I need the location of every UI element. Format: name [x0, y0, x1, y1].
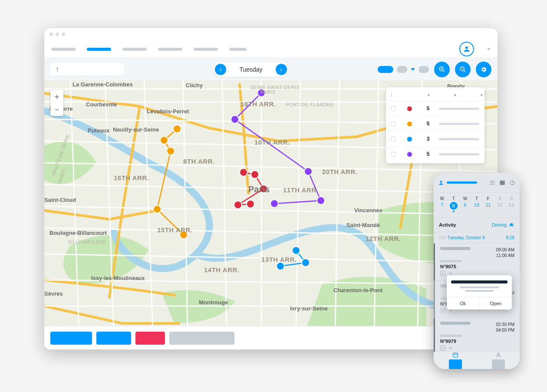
footer-button[interactable] — [96, 332, 131, 345]
footer-button-disabled — [169, 332, 234, 345]
district-label: 15TH ARR. — [157, 226, 192, 234]
svg-text:Puteaux: Puteaux — [88, 127, 110, 134]
legend-count: 3 — [423, 136, 433, 142]
svg-point-12 — [251, 171, 259, 178]
toolbar: ‹ Tuesday › — [44, 58, 498, 80]
legend-count: 5 — [423, 121, 433, 127]
user-avatar[interactable] — [459, 42, 474, 56]
zoom-in[interactable]: ＋ — [50, 90, 63, 103]
svg-point-18 — [277, 262, 284, 270]
svg-text:Neuilly-sur-Seine: Neuilly-sur-Seine — [113, 126, 159, 133]
svg-point-2 — [160, 136, 168, 144]
legend-desc — [439, 108, 479, 110]
svg-point-10 — [270, 200, 278, 208]
map-icon[interactable] — [499, 180, 505, 186]
legend-checkbox[interactable] — [391, 106, 396, 111]
svg-text:La Garenne-Colombes: La Garenne-Colombes — [72, 81, 133, 88]
task-card[interactable]: 02:30 PM04:00 PMN°9079≡⚲ — [434, 318, 520, 356]
window-dot — [49, 33, 53, 36]
svg-point-46 — [497, 353, 499, 355]
prev-day-button[interactable]: ‹ — [215, 64, 226, 75]
dropdown-caret-icon[interactable] — [411, 68, 415, 71]
svg-text:Charenton-le-Pont: Charenton-le-Pont — [333, 287, 383, 293]
legend-count: 5 — [423, 105, 433, 112]
tab-profile[interactable] — [477, 352, 520, 369]
legend-checkbox[interactable] — [391, 137, 396, 142]
district-label: 14TH ARR. — [204, 266, 239, 273]
popup-dialog: Ok Open — [447, 275, 512, 310]
footer-button[interactable] — [50, 332, 92, 345]
svg-point-1 — [173, 125, 181, 133]
legend-swatch — [407, 137, 412, 142]
popup-title — [451, 280, 507, 283]
zoom-in-button[interactable] — [434, 62, 450, 77]
search-input[interactable] — [50, 63, 124, 76]
map-canvas[interactable]: 8TH ARR. 10TH ARR. 11TH ARR. 12TH ARR. 1… — [44, 80, 498, 332]
nav-item[interactable] — [229, 48, 247, 51]
svg-point-17 — [302, 259, 310, 267]
tab-schedule[interactable] — [434, 352, 477, 369]
toggle-option[interactable] — [397, 66, 407, 73]
activity-row[interactable]: Activity Driving — [434, 218, 520, 232]
date-row: 559 Tuesday, October 8 8:26 — [434, 232, 520, 244]
zoom-out-button[interactable] — [455, 62, 471, 77]
nav-item[interactable] — [122, 48, 147, 51]
svg-text:Montrouge: Montrouge — [199, 299, 228, 306]
nav-item[interactable] — [51, 48, 76, 51]
legend-row[interactable]: 5 — [386, 147, 484, 161]
note-icon: ≡ — [440, 271, 445, 276]
legend-desc — [439, 123, 479, 125]
sync-icon[interactable] — [509, 180, 515, 186]
svg-point-3 — [167, 147, 175, 155]
legend-checkbox[interactable] — [391, 122, 396, 126]
day-picker: ‹ Tuesday › — [213, 62, 288, 77]
svg-point-7 — [231, 115, 239, 123]
svg-point-11 — [240, 168, 247, 176]
svg-text:Issy-les-Moulineaux: Issy-les-Moulineaux — [91, 275, 145, 281]
legend-checkbox[interactable] — [391, 152, 396, 157]
legend-select-all[interactable] — [391, 92, 392, 97]
district-label: 12TH ARR. — [366, 235, 401, 242]
week-selector[interactable]: MTWTFSS78910111213 — [434, 193, 520, 218]
svg-point-43 — [440, 181, 442, 183]
district-label: 11TH ARR. — [283, 186, 318, 194]
svg-text:Sèvres: Sèvres — [44, 290, 63, 297]
route-legend: ▾ ▾ ▾ 5535 — [386, 87, 484, 163]
svg-point-15 — [247, 200, 254, 208]
legend-desc — [439, 138, 479, 140]
svg-text:Saint-Cloud: Saint-Cloud — [44, 197, 76, 203]
settings-button[interactable] — [476, 62, 491, 77]
clip-icon: ⚲ — [447, 345, 455, 352]
nav-item[interactable] — [158, 48, 182, 51]
next-day-button[interactable]: › — [276, 64, 287, 75]
legend-row[interactable]: 3 — [386, 132, 484, 147]
window-dot — [56, 33, 59, 36]
svg-text:Paris: Paris — [248, 184, 270, 194]
phone-title — [447, 181, 477, 184]
mobile-device: MTWTFSS78910111213 Activity Driving 559 … — [434, 173, 520, 369]
toggle-option[interactable] — [378, 66, 393, 73]
svg-text:Saint-Mandé: Saint-Mandé — [346, 222, 380, 228]
phone-header — [434, 173, 520, 193]
svg-point-16 — [292, 247, 300, 254]
legend-row[interactable]: 5 — [386, 101, 484, 116]
nav-item[interactable] — [194, 48, 218, 51]
popup-ok-button[interactable]: Ok — [447, 297, 480, 310]
zoom-out[interactable]: － — [50, 103, 63, 116]
popup-line — [465, 290, 494, 292]
district-label: 18TH ARR. — [241, 100, 276, 108]
legend-row[interactable]: 5 — [386, 116, 484, 132]
svg-text:Vincennes: Vincennes — [354, 207, 382, 214]
footer-button-danger[interactable] — [135, 332, 165, 345]
note-icon: ≡ — [440, 308, 445, 313]
top-nav — [44, 40, 498, 58]
svg-text:Ivry-sur-Seine: Ivry-sur-Seine — [290, 305, 328, 312]
legend-swatch — [407, 106, 412, 111]
toggle-option[interactable] — [418, 66, 429, 73]
legend-swatch — [407, 122, 412, 126]
user-icon — [438, 180, 444, 186]
avatar-caret-icon[interactable] — [487, 48, 491, 50]
popup-open-button[interactable]: Open — [480, 297, 512, 310]
nav-item-active[interactable] — [87, 48, 111, 51]
list-icon[interactable] — [489, 180, 495, 186]
